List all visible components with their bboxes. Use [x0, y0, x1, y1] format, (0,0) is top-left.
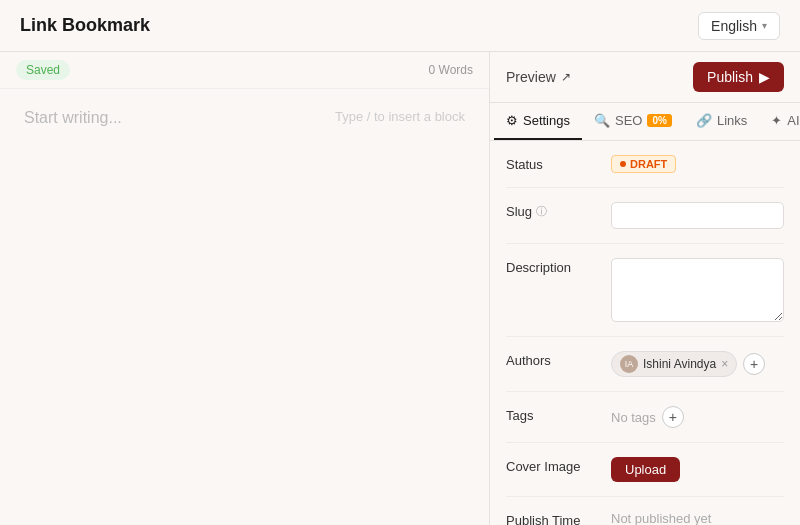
seo-badge: 0%: [647, 114, 671, 127]
cover-image-label: Cover Image: [506, 457, 611, 474]
editor-toolbar: Saved 0 Words: [0, 52, 489, 89]
cover-image-row: Cover Image Upload: [506, 443, 784, 497]
saved-badge: Saved: [16, 60, 70, 80]
author-name: Ishini Avindya: [643, 357, 716, 371]
tab-ai[interactable]: ✦ AI: [759, 103, 800, 140]
tab-seo[interactable]: 🔍 SEO 0%: [582, 103, 684, 140]
preview-label: Preview: [506, 69, 556, 85]
page-title: Link Bookmark: [20, 15, 150, 36]
settings-panel: Preview ↗ Publish ▶ ⚙ Settings 🔍 SEO 0% …: [490, 52, 800, 525]
draft-text: DRAFT: [630, 158, 667, 170]
author-tag: IA Ishini Avindya ×: [611, 351, 737, 377]
description-row: Description: [506, 244, 784, 337]
add-author-button[interactable]: +: [743, 353, 765, 375]
publish-time-value: Not published yet: [611, 511, 784, 525]
description-textarea[interactable]: [611, 258, 784, 322]
external-link-icon: ↗: [561, 70, 571, 84]
panel-topbar: Preview ↗ Publish ▶: [490, 52, 800, 103]
editor-hint: Type / to insert a block: [335, 109, 465, 124]
placeholder-text: Start writing...: [24, 109, 122, 127]
slug-info-icon[interactable]: ⓘ: [536, 204, 547, 219]
preview-button[interactable]: Preview ↗: [506, 69, 571, 85]
publish-icon: ▶: [759, 69, 770, 85]
description-value: [611, 258, 784, 322]
tab-links-label: Links: [717, 113, 747, 128]
tab-links[interactable]: 🔗 Links: [684, 103, 759, 140]
word-count: 0 Words: [429, 63, 473, 77]
upload-button[interactable]: Upload: [611, 457, 680, 482]
language-selector[interactable]: English ▾: [698, 12, 780, 40]
status-label: Status: [506, 155, 611, 172]
main-layout: Saved 0 Words Start writing... Type / to…: [0, 52, 800, 525]
header: Link Bookmark English ▾: [0, 0, 800, 52]
settings-content: Status DRAFT Slug ⓘ: [490, 141, 800, 525]
slug-label: Slug ⓘ: [506, 202, 611, 219]
tags-row: Tags No tags +: [506, 392, 784, 443]
publish-time-label: Publish Time: [506, 511, 611, 525]
not-published-text: Not published yet: [611, 511, 711, 525]
authors-label: Authors: [506, 351, 611, 368]
tags-label: Tags: [506, 406, 611, 423]
editor-placeholder: Start writing... Type / to insert a bloc…: [24, 109, 465, 127]
publish-button[interactable]: Publish ▶: [693, 62, 784, 92]
tab-ai-label: AI: [787, 113, 799, 128]
status-row: Status DRAFT: [506, 141, 784, 188]
links-icon: 🔗: [696, 113, 712, 128]
no-tags-text: No tags: [611, 410, 656, 425]
status-value: DRAFT: [611, 155, 784, 173]
draft-dot-icon: [620, 161, 626, 167]
slug-input[interactable]: [611, 202, 784, 229]
seo-icon: 🔍: [594, 113, 610, 128]
cover-image-value: Upload: [611, 457, 784, 482]
editor-panel: Saved 0 Words Start writing... Type / to…: [0, 52, 490, 525]
add-tag-button[interactable]: +: [662, 406, 684, 428]
publish-label: Publish: [707, 69, 753, 85]
remove-author-button[interactable]: ×: [721, 358, 728, 370]
author-avatar: IA: [620, 355, 638, 373]
panel-tabs: ⚙ Settings 🔍 SEO 0% 🔗 Links ✦ AI: [490, 103, 800, 141]
publish-time-row: Publish Time Not published yet: [506, 497, 784, 525]
slug-row: Slug ⓘ: [506, 188, 784, 244]
authors-value: IA Ishini Avindya × +: [611, 351, 784, 377]
tab-settings[interactable]: ⚙ Settings: [494, 103, 582, 140]
draft-badge: DRAFT: [611, 155, 676, 173]
tab-seo-label: SEO: [615, 113, 642, 128]
language-label: English: [711, 18, 757, 34]
tags-value: No tags +: [611, 406, 784, 428]
ai-icon: ✦: [771, 113, 782, 128]
tab-settings-label: Settings: [523, 113, 570, 128]
settings-icon: ⚙: [506, 113, 518, 128]
editor-body[interactable]: Start writing... Type / to insert a bloc…: [0, 89, 489, 525]
chevron-down-icon: ▾: [762, 20, 767, 31]
authors-row: Authors IA Ishini Avindya × +: [506, 337, 784, 392]
slug-value: [611, 202, 784, 229]
description-label: Description: [506, 258, 611, 275]
